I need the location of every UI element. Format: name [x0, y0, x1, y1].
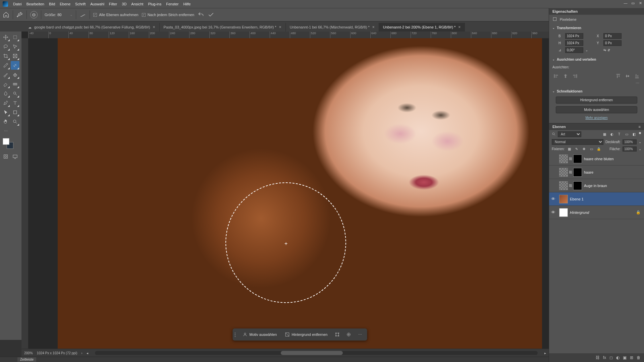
menu-file[interactable]: Datei [11, 2, 24, 6]
zoom-tool[interactable] [11, 117, 19, 126]
height-input[interactable] [565, 40, 583, 46]
dodge-tool[interactable] [11, 89, 19, 98]
type-tool[interactable] [11, 99, 19, 107]
quickmask-icon[interactable] [1, 152, 10, 161]
zoom-level[interactable]: 200% [24, 351, 33, 355]
flip-h-icon[interactable]: ⇋ [603, 48, 606, 52]
gradient-tool[interactable] [11, 80, 19, 88]
align-hcenter-icon[interactable] [562, 73, 569, 79]
size-dropdown-icon[interactable]: ⌄ [70, 13, 72, 16]
menu-view[interactable]: Ansicht [129, 2, 146, 6]
close-icon[interactable]: × [458, 25, 461, 29]
transform-icon[interactable] [332, 330, 342, 339]
window-minimize-icon[interactable]: — [623, 1, 628, 5]
quick-select-tool[interactable] [11, 42, 19, 51]
filter-adjust-icon[interactable]: ◐ [609, 132, 614, 137]
layer-group-icon[interactable]: ▣ [623, 355, 627, 360]
eyedropper-tool[interactable] [1, 61, 10, 70]
move-tool[interactable] [1, 33, 10, 42]
path-select-tool[interactable] [1, 108, 10, 117]
menu-help[interactable]: Hilfe [181, 2, 193, 6]
lasso-tool[interactable] [1, 42, 10, 51]
remove-mode-icon[interactable]: ⊖ [30, 11, 38, 18]
layer-row[interactable]: 👁 Ebene 1 [549, 192, 644, 206]
angle-input[interactable] [565, 47, 583, 53]
menu-layer[interactable]: Ebene [57, 2, 73, 6]
opacity-input[interactable] [623, 139, 637, 144]
properties-panel-title[interactable]: Eigenschaften [549, 8, 644, 15]
artboard-tool[interactable] [11, 33, 19, 42]
quick-actions-section[interactable]: ⌄Schnellaktionen [549, 87, 644, 95]
brush-pressure-icon[interactable] [79, 11, 86, 18]
blur-tool[interactable] [1, 89, 10, 98]
color-swatches[interactable] [3, 138, 14, 149]
remove-background-button[interactable]: Hintergrund entfernen [281, 330, 331, 339]
undo-stroke-icon[interactable] [198, 11, 204, 18]
close-icon[interactable]: × [153, 25, 155, 29]
close-icon[interactable]: × [279, 25, 281, 29]
menu-image[interactable]: Bild [47, 2, 57, 6]
doc-tab[interactable]: ☁google bard und chatgpt.psdc bei 66,7% … [24, 23, 160, 32]
doc-tab[interactable]: Unbenannt-1 bei 66,7% (Märchenwald, RGB/… [286, 23, 379, 32]
foreground-swatch[interactable] [3, 138, 9, 145]
doc-tab[interactable]: Pasta_03_4000px.jpeg bei 16,7% (Generati… [160, 23, 286, 32]
search-icon[interactable] [552, 132, 556, 137]
scroll-right-icon[interactable]: ▸ [544, 351, 546, 355]
fill-input[interactable] [623, 146, 637, 152]
qa-remove-bg-button[interactable]: Hintergrund entfernen [556, 97, 637, 104]
filter-type-icon[interactable]: T [616, 132, 622, 137]
filter-kind-select[interactable]: Art [558, 131, 581, 137]
layer-row[interactable]: ⛓ Auge in braun [549, 179, 644, 192]
sample-all-checkbox[interactable]: ✓Alle Ebenen aufnehmen [93, 13, 138, 17]
commit-icon[interactable] [208, 11, 214, 18]
layers-tab[interactable]: Ebenen [552, 125, 566, 129]
remove-after-checkbox[interactable]: ✓Nach jedem Strich entfernen [142, 13, 194, 17]
align-top-icon[interactable] [615, 73, 621, 79]
filter-toggle-icon[interactable] [639, 132, 641, 136]
new-layer-icon[interactable]: ⊞ [630, 355, 633, 360]
timeline-tab[interactable]: Zeitleiste [17, 357, 36, 362]
horizontal-scrollbar[interactable] [95, 351, 538, 355]
window-close-icon[interactable]: ✕ [638, 1, 643, 5]
visibility-toggle[interactable]: 👁 [549, 210, 557, 215]
panel-menu-icon[interactable]: ≡ [639, 125, 641, 129]
link-layers-icon[interactable]: ⛓ [596, 355, 600, 360]
edit-toolbar-icon[interactable]: ⋯ [1, 127, 10, 135]
lock-transparency-icon[interactable]: ▦ [567, 146, 572, 152]
more-icon[interactable]: ⋯ [355, 330, 365, 339]
layer-row[interactable]: 👁 Hintergrund 🔒 [549, 206, 644, 219]
align-section[interactable]: ⌄Ausrichten und verteilen [549, 56, 644, 63]
scroll-left-icon[interactable]: ◂ [87, 351, 88, 355]
lock-artboard-icon[interactable]: ▭ [589, 146, 594, 152]
drag-handle-icon[interactable] [235, 333, 237, 337]
pen-tool[interactable] [1, 99, 10, 107]
delete-layer-icon[interactable]: 🗑 [637, 355, 641, 360]
close-icon[interactable]: × [372, 25, 375, 29]
flip-v-icon[interactable]: ⇵ [607, 48, 610, 52]
qa-select-subject-button[interactable]: Motiv auswählen [556, 106, 637, 113]
menu-window[interactable]: Fenster [164, 2, 181, 6]
chevron-right-icon[interactable]: › [81, 351, 82, 355]
lock-position-icon[interactable]: ✥ [581, 146, 587, 152]
more-align-icon[interactable]: ⋯ [636, 81, 639, 85]
contextual-task-bar[interactable]: Motiv auswählen Hintergrund entfernen ⋯ [233, 328, 367, 341]
filter-pixel-icon[interactable]: ▦ [602, 132, 607, 137]
gen-fill-icon[interactable] [343, 330, 354, 339]
lock-all-icon[interactable]: 🔒 [596, 146, 601, 152]
align-bottom-icon[interactable] [634, 73, 640, 79]
menu-select[interactable]: Auswahl [88, 2, 107, 6]
brush-tool[interactable] [1, 70, 10, 79]
select-subject-button[interactable]: Motiv auswählen [239, 330, 280, 339]
hand-tool[interactable] [1, 117, 10, 126]
shape-tool[interactable] [11, 108, 19, 117]
lock-pixels-icon[interactable]: ✎ [574, 146, 579, 152]
home-icon[interactable] [3, 11, 9, 18]
filter-smart-icon[interactable]: ◧ [631, 132, 637, 137]
layer-mask-icon[interactable]: ◻ [609, 355, 613, 360]
align-right-icon[interactable] [572, 73, 578, 79]
y-input[interactable] [603, 40, 622, 46]
menu-edit[interactable]: Bearbeiten [24, 2, 47, 6]
eraser-tool[interactable] [1, 80, 10, 88]
x-input[interactable] [603, 33, 622, 39]
tool-preset-icon[interactable] [16, 11, 23, 18]
